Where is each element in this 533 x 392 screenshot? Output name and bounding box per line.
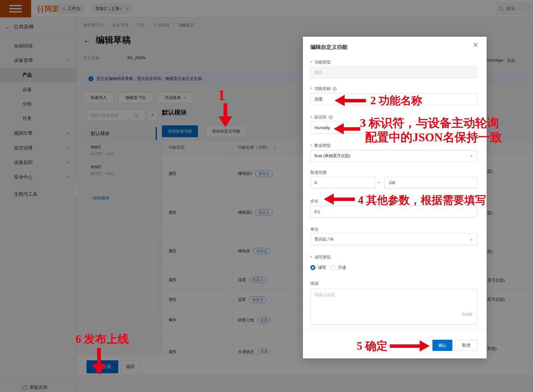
- annotation-arrow-left-icon: [335, 95, 366, 106]
- confirm-button[interactable]: 确认: [432, 340, 452, 351]
- range-min-field[interactable]: [310, 177, 376, 189]
- modal-title: 编辑自定义功能: [310, 44, 347, 51]
- help-icon[interactable]: ?: [333, 86, 337, 91]
- range-separator: ~: [378, 180, 380, 184]
- annotation-arrow-down-icon: [216, 103, 235, 128]
- range-max-field[interactable]: [384, 177, 477, 189]
- radio-read-only[interactable]: [330, 265, 335, 270]
- read-write-option[interactable]: 读写: [318, 265, 326, 270]
- description-textarea[interactable]: [310, 289, 477, 324]
- description-label: 描述: [310, 281, 318, 286]
- step-label: 步长: [310, 198, 318, 204]
- divider: [303, 328, 487, 329]
- annotation-step6-text: 6 发布上线: [76, 332, 129, 347]
- annotation-arrow-left-icon: [324, 194, 355, 205]
- annotation-step4-text: 4 其他参数，根据需要填写: [358, 193, 486, 208]
- chevron-down-icon: ∨: [470, 237, 473, 241]
- data-type-label: *数据类型: [310, 143, 331, 148]
- identifier-label: *标识符 ?: [310, 114, 333, 120]
- function-type-label: *功能类型: [310, 59, 331, 65]
- data-type-select[interactable]: float (单精度浮点型) ∨: [310, 150, 477, 162]
- annotation-step5-text: 5 确定: [357, 338, 388, 354]
- annotation-arrow-right-icon: [390, 340, 430, 352]
- cancel-button[interactable]: 取消: [455, 340, 477, 351]
- annotation-arrow-left-icon: [334, 123, 360, 134]
- function-type-field: [310, 67, 477, 78]
- annotation-step3-line1: 3 标识符，与设备主动轮询: [360, 115, 499, 131]
- function-name-label: *功能名称 ?: [310, 86, 337, 91]
- annotation-step3-line2: 配置中的JSON名保持一致: [365, 129, 502, 145]
- annotation-step2-text: 2 功能名称: [370, 93, 422, 108]
- unit-select[interactable]: 百分比 / % ∨: [310, 233, 477, 245]
- read-only-option[interactable]: 只读: [338, 265, 346, 270]
- chevron-down-icon: ∨: [470, 154, 473, 158]
- char-counter: 0/100: [310, 312, 472, 317]
- radio-read-write-selected[interactable]: [310, 265, 315, 270]
- unit-label: 单位: [310, 226, 318, 232]
- close-icon[interactable]: ✕: [473, 41, 479, 49]
- annotation-step1-number: 1: [218, 86, 225, 104]
- value-range-label: 取值范围: [310, 170, 327, 175]
- help-icon[interactable]: ?: [328, 115, 333, 119]
- read-write-type-label: *读写类型: [310, 254, 331, 260]
- annotation-arrow-down-icon: [89, 348, 109, 375]
